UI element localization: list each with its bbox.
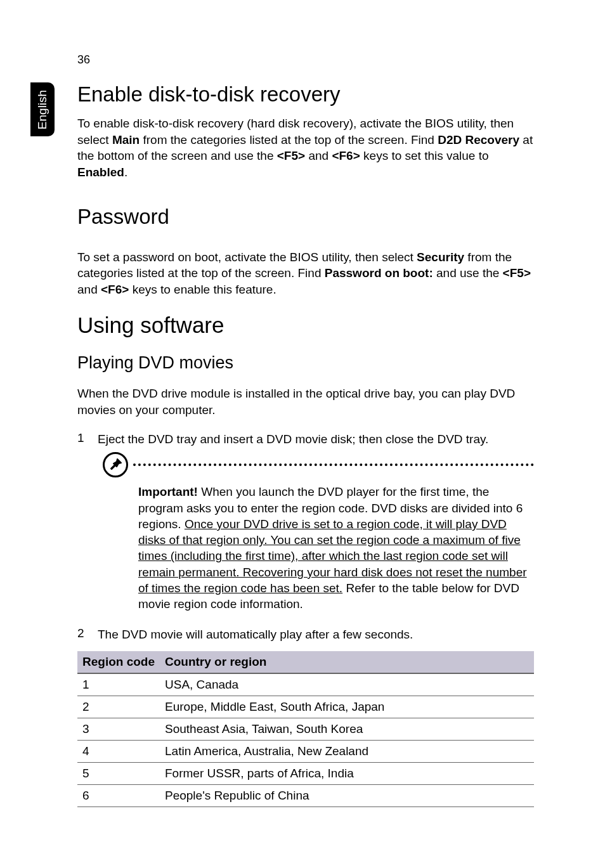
cell-region: Former USSR, parts of Africa, India [160,763,534,785]
table-row: 3 Southeast Asia, Taiwan, South Korea [77,718,534,741]
text-bold: Password on boot: [325,266,433,280]
text: and [305,149,332,162]
cell-code: 5 [77,763,160,785]
cell-region: Latin America, Australia, New Zealand [160,741,534,763]
note-important-label: Important! [138,485,198,498]
note-body: Important! When you launch the DVD playe… [138,484,534,612]
language-label: English [36,89,49,129]
cell-code: 6 [77,785,160,807]
cell-region: People's Republic of China [160,785,534,807]
text-bold: Main [112,133,140,146]
text-bold: <F6> [332,149,360,162]
text-bold: Security [417,250,464,264]
step-text: Eject the DVD tray and insert a DVD movi… [98,431,488,448]
para-dvd-intro: When the DVD drive module is installed i… [77,385,534,418]
heading-using-software: Using software [77,313,534,338]
page-number: 36 [77,53,90,67]
para-enable-recovery: To enable disk-to-disk recovery (hard di… [77,115,534,181]
table-row: 4 Latin America, Australia, New Zealand [77,741,534,763]
step-1: 1 Eject the DVD tray and insert a DVD mo… [77,431,534,448]
text: and [77,283,101,296]
text: and use the [433,266,503,280]
text: . [124,165,127,179]
text-bold: <F6> [101,283,129,296]
text-bold: Enabled [77,165,124,179]
cell-code: 4 [77,741,160,763]
cell-region: Europe, Middle East, South Africa, Japan [160,696,534,718]
cell-region: USA, Canada [160,673,534,696]
step-number: 2 [77,626,98,643]
text: To set a password on boot, activate the … [77,250,417,264]
pushpin-icon [103,452,128,477]
table-row: 5 Former USSR, parts of Africa, India [77,763,534,785]
table-row: 6 People's Republic of China [77,785,534,807]
text-bold: <F5> [503,266,531,280]
page-content: Enable disk-to-disk recovery To enable d… [77,82,534,807]
table-header-row: Region code Country or region [77,651,534,673]
table-row: 1 USA, Canada [77,673,534,696]
step-2: 2 The DVD movie will automatically play … [77,626,534,643]
col-country-region: Country or region [160,651,534,673]
text-bold: D2D Recovery [438,133,519,146]
text: keys to set this value to [360,149,489,162]
cell-code: 2 [77,696,160,718]
step-text: The DVD movie will automatically play af… [98,626,413,643]
cell-code: 1 [77,673,160,696]
region-code-table: Region code Country or region 1 USA, Can… [77,651,534,807]
cell-region: Southeast Asia, Taiwan, South Korea [160,718,534,741]
para-password: To set a password on boot, activate the … [77,249,534,298]
heading-enable-recovery: Enable disk-to-disk recovery [77,82,534,107]
step-number: 1 [77,431,98,448]
heading-playing-dvd: Playing DVD movies [77,353,534,373]
language-tab: English [30,82,55,136]
note-divider [133,463,534,466]
text: from the categories listed at the top of… [140,133,438,146]
text: keys to enable this feature. [129,283,276,296]
important-note: Important! When you launch the DVD playe… [103,452,534,612]
note-header-row [103,452,534,477]
cell-code: 3 [77,718,160,741]
col-region-code: Region code [77,651,160,673]
text-bold: <F5> [277,149,305,162]
table-row: 2 Europe, Middle East, South Africa, Jap… [77,696,534,718]
heading-password: Password [77,205,534,229]
